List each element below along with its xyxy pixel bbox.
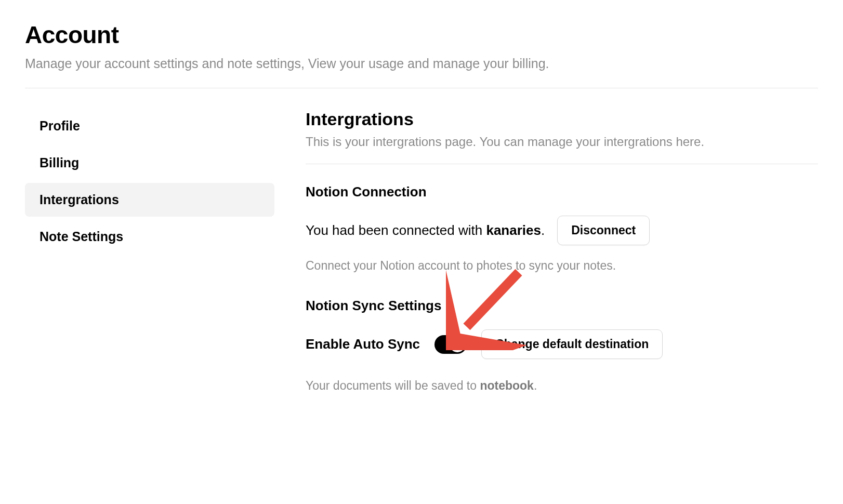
toggle-knob [450,337,465,352]
sync-settings-heading: Notion Sync Settings [306,298,818,314]
sidebar-item-note-settings[interactable]: Note Settings [25,220,274,254]
sync-row: Enable Auto Sync Change default destinat… [306,329,818,359]
destination-suffix: . [534,379,537,392]
auto-sync-label: Enable Auto Sync [306,336,420,352]
section-subtitle: This is your intergrations page. You can… [306,135,818,149]
destination-prefix: Your documents will be saved to [306,379,480,392]
connection-workspace: kanaries [486,222,541,238]
disconnect-button[interactable]: Disconnect [557,216,650,245]
destination-value: notebook [480,379,534,392]
sidebar-item-profile[interactable]: Profile [25,109,274,143]
change-destination-button[interactable]: Change default destination [481,329,663,359]
connection-status: You had been connected with kanaries. [306,222,545,238]
notion-connection-heading: Notion Connection [306,184,818,200]
header-divider [25,88,818,88]
main-content: Intergrations This is your intergrations… [306,109,818,393]
sidebar: Profile Billing Intergrations Note Setti… [25,109,274,393]
section-title: Intergrations [306,109,818,129]
sidebar-item-billing[interactable]: Billing [25,146,274,180]
page-title: Account [25,21,818,49]
destination-text: Your documents will be saved to notebook… [306,379,818,393]
section-divider [306,164,818,164]
auto-sync-toggle[interactable] [434,335,467,354]
connection-status-suffix: . [541,222,545,238]
connection-row: You had been connected with kanaries. Di… [306,216,818,245]
sidebar-item-integrations[interactable]: Intergrations [25,183,274,217]
connection-status-prefix: You had been connected with [306,222,486,238]
page-subtitle: Manage your account settings and note se… [25,56,818,71]
connection-helper: Connect your Notion account to photes to… [306,259,818,273]
